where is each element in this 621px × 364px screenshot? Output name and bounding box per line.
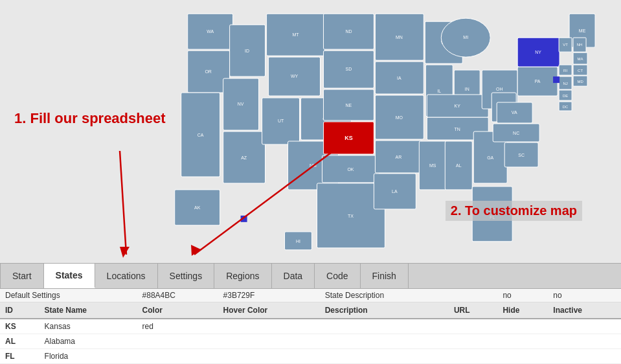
svg-rect-70 (504, 142, 538, 167)
tab-locations[interactable]: Locations (95, 264, 158, 288)
tab-bar: Start States Locations Settings Regions … (0, 263, 621, 289)
svg-rect-30 (322, 155, 379, 183)
row-fl-url (449, 349, 497, 364)
svg-rect-16 (262, 98, 300, 144)
row-al-desc (320, 334, 449, 349)
default-url (449, 289, 497, 302)
svg-rect-6 (230, 25, 265, 76)
table-area: Default Settings #88A4BC #3B729F State D… (0, 289, 621, 364)
svg-rect-101 (285, 232, 312, 250)
svg-rect-28 (323, 122, 374, 154)
svg-text:RI: RI (563, 69, 567, 73)
tab-settings[interactable]: Settings (158, 264, 215, 288)
row-ks-id: KS (0, 319, 40, 334)
svg-rect-58 (445, 141, 472, 190)
us-map: WA OR CA ID NV AZ MT WY UT (0, 0, 621, 263)
svg-rect-22 (323, 14, 374, 49)
row-ks-color: red (137, 319, 218, 334)
svg-rect-24 (323, 51, 374, 88)
svg-rect-100 (241, 216, 247, 222)
row-fl-hover (218, 349, 320, 364)
map-area: WA OR CA ID NV AZ MT WY UT (0, 0, 621, 263)
row-al-color (137, 334, 218, 349)
svg-rect-14 (269, 57, 321, 96)
tab-finish[interactable]: Finish (361, 264, 409, 288)
table-row[interactable]: FL Florida (0, 349, 621, 364)
svg-text:MA: MA (578, 57, 583, 61)
row-fl-inactive (548, 349, 621, 364)
row-fl-id: FL (0, 349, 40, 364)
row-fl-color (137, 349, 218, 364)
svg-rect-103 (553, 76, 559, 83)
default-settings-row: Default Settings #88A4BC #3B729F State D… (0, 289, 621, 302)
svg-rect-38 (375, 95, 423, 139)
tab-data[interactable]: Data (272, 264, 315, 288)
default-label: Default Settings (0, 289, 137, 302)
row-al-id: AL (0, 334, 40, 349)
default-hover-color: #3B729F (218, 289, 320, 302)
svg-rect-66 (497, 102, 532, 123)
svg-rect-42 (374, 174, 416, 209)
svg-rect-40 (375, 141, 422, 173)
states-table: Default Settings #88A4BC #3B729F State D… (0, 289, 621, 364)
default-color: #88A4BC (137, 289, 218, 302)
table-header-row: ID State Name Color Hover Color Descript… (0, 302, 621, 319)
row-ks-hide (497, 319, 548, 334)
svg-text:NJ: NJ (563, 82, 567, 85)
row-ks-desc (320, 319, 449, 334)
svg-rect-98 (175, 190, 220, 225)
default-hide: no (497, 289, 548, 302)
main-container: WA OR CA ID NV AZ MT WY UT (0, 0, 621, 364)
tab-code[interactable]: Code (315, 264, 360, 288)
svg-rect-56 (427, 95, 488, 117)
svg-rect-26 (323, 89, 374, 120)
row-al-hide (497, 334, 548, 349)
svg-text:DE: DE (563, 94, 568, 98)
col-hover-color: Hover Color (218, 302, 320, 319)
row-ks-name: Kansas (40, 319, 137, 334)
table-row[interactable]: AL Alabama (0, 334, 621, 349)
svg-rect-48 (419, 141, 446, 190)
row-al-inactive (548, 334, 621, 349)
svg-rect-12 (267, 14, 325, 56)
svg-text:NH: NH (577, 43, 583, 47)
svg-rect-74 (517, 67, 558, 96)
step1-text: 1. Fill our spreadsheet (14, 110, 166, 127)
row-ks-hover (218, 319, 320, 334)
row-fl-hide (497, 349, 548, 364)
svg-rect-36 (375, 62, 423, 94)
svg-rect-4 (181, 93, 220, 177)
col-id: ID (0, 302, 40, 319)
svg-text:DC: DC (563, 105, 569, 109)
col-description: Description (320, 302, 449, 319)
row-ks-url (449, 319, 497, 334)
col-hide: Hide (497, 302, 548, 319)
row-al-name: Alabama (40, 334, 137, 349)
col-color: Color (137, 302, 218, 319)
svg-rect-76 (517, 38, 559, 67)
row-fl-name: Florida (40, 349, 137, 364)
svg-rect-68 (493, 124, 539, 142)
default-description: State Description (320, 289, 449, 302)
default-inactive: no (548, 289, 621, 302)
col-url: URL (449, 302, 497, 319)
svg-text:CT: CT (578, 69, 583, 73)
row-fl-desc (320, 349, 449, 364)
col-inactive: Inactive (548, 302, 621, 319)
svg-rect-34 (375, 14, 423, 60)
row-al-hover (218, 334, 320, 349)
row-ks-inactive (548, 319, 621, 334)
row-al-url (449, 334, 497, 349)
tab-regions[interactable]: Regions (214, 264, 271, 288)
step2-text: 2. To customize map (446, 201, 582, 221)
table-row[interactable]: KS Kansas red (0, 319, 621, 334)
svg-rect-10 (223, 131, 265, 183)
col-state-name: State Name (40, 302, 137, 319)
tab-states[interactable]: States (44, 264, 95, 288)
svg-point-50 (441, 18, 490, 57)
svg-rect-0 (188, 14, 233, 49)
svg-text:VT: VT (563, 43, 568, 47)
svg-rect-8 (223, 78, 259, 130)
svg-text:MD: MD (577, 80, 583, 84)
tab-start[interactable]: Start (0, 264, 44, 288)
